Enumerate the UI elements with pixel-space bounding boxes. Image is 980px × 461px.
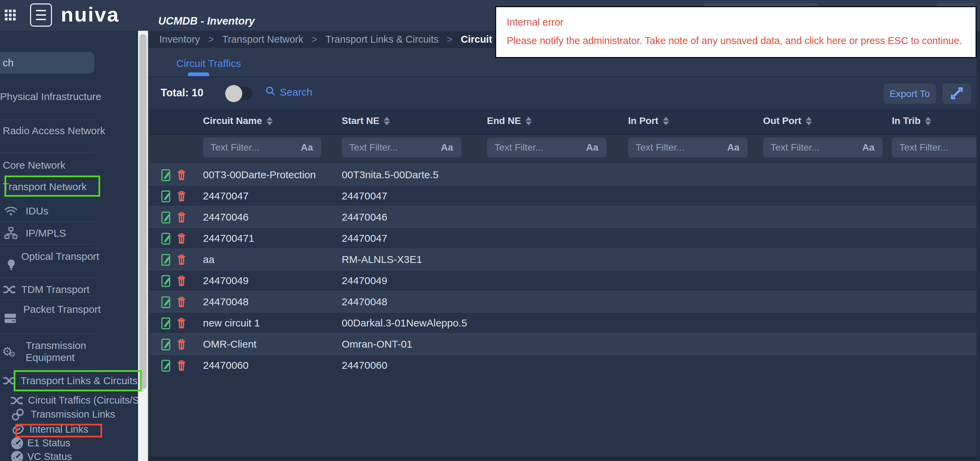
hamburger-menu-button[interactable] (30, 3, 52, 27)
sidebar-item-e1-status[interactable]: E1 Status (27, 437, 137, 449)
column-header-start_ne[interactable]: Start NE (342, 116, 390, 126)
edit-row-button[interactable] (161, 233, 172, 245)
table-row[interactable]: 2447004724470047 (150, 185, 977, 206)
hamburger-icon (36, 10, 46, 11)
sidebar-item-transport-links-circuits[interactable]: Transport Links & Circuits (21, 375, 138, 387)
sidebar-item-circuit-traffics-circuits-se[interactable]: Circuit Traffics (Circuits/Se (28, 394, 138, 406)
filter-input-in_trib[interactable]: Text Filter...Aa (892, 138, 980, 157)
case-sensitive-toggle[interactable]: Aa (301, 138, 313, 157)
table-row[interactable]: OMR-ClientOmran-ONT-01 (150, 333, 977, 355)
edit-row-button[interactable] (161, 338, 172, 351)
breadcrumb-item[interactable]: Inventory (159, 34, 200, 45)
delete-row-button[interactable] (177, 317, 186, 330)
shuffle-icon (10, 394, 24, 407)
sort-icon[interactable] (525, 117, 532, 125)
table-row[interactable]: 2447004824470048 (150, 291, 977, 312)
edit-row-button[interactable] (161, 296, 172, 308)
cell-circuit_name: 24470046 (203, 211, 248, 223)
edit-row-button[interactable] (161, 169, 172, 181)
table-row[interactable]: 2447004924470049 (150, 270, 977, 291)
table-row[interactable]: 2447004624470046 (150, 206, 977, 227)
table-row[interactable]: 00T3-00Darte-Protection00T3nita.5-00Dart… (150, 164, 977, 185)
sidebar-item-physical-infrastructure[interactable]: Physical Infrastructure (0, 90, 113, 103)
export-to-button[interactable]: Export To (884, 84, 936, 104)
breadcrumb-item[interactable]: Transport Links & Circuits (326, 34, 439, 45)
edit-row-button[interactable] (161, 275, 172, 287)
cell-circuit_name: 24470060 (203, 360, 248, 371)
sidebar-scrollbar[interactable] (138, 31, 148, 461)
expand-table-button[interactable] (942, 84, 971, 104)
sidebar-item-tdm-transport[interactable]: TDM Transport (21, 284, 130, 295)
delete-row-button[interactable] (177, 169, 186, 181)
table-row[interactable]: aaRM-ALNLS-X3E1 (150, 249, 977, 270)
toggle-switch[interactable] (226, 87, 253, 100)
sort-icon[interactable] (806, 117, 812, 125)
edit-row-button[interactable] (161, 317, 172, 330)
filter-input-start_ne[interactable]: Text Filter...Aa (342, 138, 461, 157)
sort-icon[interactable] (267, 117, 273, 125)
sidebar-scrollbar-thumb[interactable] (139, 34, 146, 389)
sort-icon[interactable] (663, 117, 669, 125)
sidebar-item-internal-links[interactable]: Internal Links (29, 423, 138, 436)
edit-row-button[interactable] (161, 254, 172, 266)
table-row[interactable]: 24470047124470047 (150, 227, 977, 249)
case-sensitive-toggle[interactable]: Aa (862, 138, 874, 157)
case-sensitive-toggle[interactable]: Aa (441, 138, 453, 157)
case-sensitive-toggle[interactable]: Aa (586, 138, 598, 157)
column-header-in_port[interactable]: In Port (628, 116, 669, 126)
sidebar-divider (0, 153, 94, 153)
filter-input-in_port[interactable]: Text Filter...Aa (628, 138, 748, 157)
cell-circuit_name: OMR-Client (203, 338, 257, 350)
filter-input-circuit_name[interactable]: Text Filter...Aa (203, 138, 321, 157)
gauge-icon (10, 450, 24, 461)
delete-row-button[interactable] (177, 338, 186, 351)
sidebar-search-input[interactable]: ch (0, 52, 94, 73)
column-header-out_port[interactable]: Out Port (763, 116, 812, 126)
delete-row-button[interactable] (177, 190, 186, 203)
delete-row-button[interactable] (177, 275, 186, 287)
search-button[interactable]: Search (265, 86, 312, 99)
breadcrumb-item[interactable]: Transport Network (222, 34, 303, 45)
filter-input-end_ne[interactable]: Text Filter...Aa (487, 138, 606, 157)
tab-circuit-traffics[interactable]: Circuit Traffics (176, 58, 241, 69)
nuiva-logo: nuiva (61, 3, 119, 26)
delete-row-button[interactable] (177, 254, 186, 266)
case-sensitive-toggle[interactable]: Aa (727, 138, 740, 157)
edit-row-button[interactable] (161, 211, 172, 224)
sidebar-item-radio-access-network[interactable]: Radio Access Network (3, 125, 116, 136)
error-message[interactable]: Please notify the administrator. Take no… (507, 35, 975, 46)
expand-icon (949, 86, 964, 102)
table-row[interactable]: 2447006024470060 (150, 355, 977, 375)
sidebar-item-idus[interactable]: IDUs (25, 205, 128, 217)
delete-row-button[interactable] (177, 211, 186, 224)
edit-row-button[interactable] (161, 190, 172, 203)
sidebar-item-transmission-equipment[interactable]: Transmission Equipment (25, 339, 121, 363)
column-header-end_ne[interactable]: End NE (487, 116, 532, 126)
column-label: In Trib (892, 116, 921, 126)
filter-input-out_port[interactable]: Text Filter...Aa (763, 138, 883, 157)
cell-circuit_name: new circuit 1 (203, 317, 260, 329)
sidebar-item-packet-transport[interactable]: Packet Transport (23, 303, 103, 315)
sidebar-item-optical-transport[interactable]: Optical Transport (21, 250, 102, 262)
sidebar-item-vc-status[interactable]: VC Status (27, 451, 137, 461)
edit-row-button[interactable] (161, 360, 172, 372)
sort-icon[interactable] (925, 117, 931, 125)
column-header-circuit_name[interactable]: Circuit Name (203, 116, 273, 126)
sidebar-item-core-network[interactable]: Core Network (3, 159, 116, 171)
delete-row-button[interactable] (177, 233, 186, 245)
toggle-knob (225, 85, 242, 102)
internal-error-banner[interactable]: Internal error Please notify the adminis… (495, 6, 977, 58)
ucmdb-inventory-page: nuiva UCMDB - Inventory ch Physical Infr… (0, 0, 980, 461)
sort-icon[interactable] (384, 117, 390, 125)
cell-circuit_name: 244700471 (203, 233, 254, 244)
cell-start_ne: 00T3nita.5-00Darte.5 (342, 169, 439, 181)
table-row[interactable]: new circuit 100Darkal.3-01NewAleppo.5 (150, 312, 977, 333)
delete-row-button[interactable] (177, 360, 186, 372)
breadcrumb-separator: > (312, 34, 317, 45)
column-header-in_trib[interactable]: In Trib (892, 116, 931, 126)
sidebar-item-transmission-links[interactable]: Transmission Links (31, 409, 138, 420)
app-launcher-icon[interactable] (5, 10, 16, 21)
sidebar-item-ip-mpls[interactable]: IP/MPLS (25, 227, 128, 239)
sidebar-item-transport-network[interactable]: Transport Network (3, 181, 119, 193)
delete-row-button[interactable] (177, 296, 186, 308)
